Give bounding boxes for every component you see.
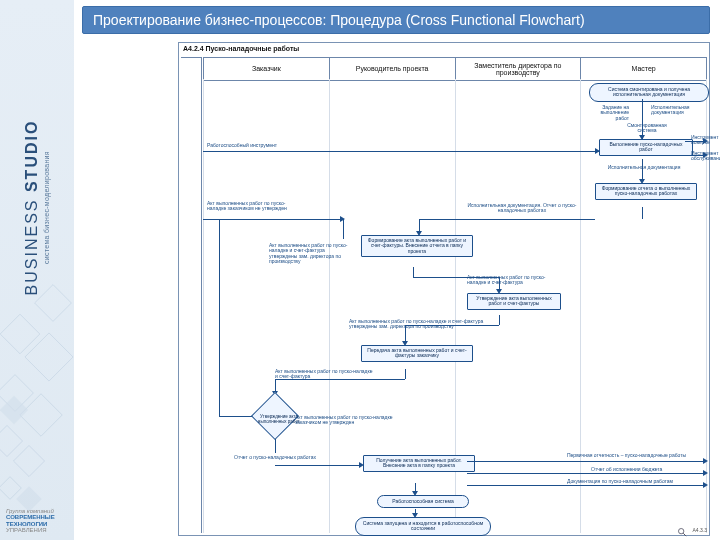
end-terminator-1: Работоспособная система (377, 495, 469, 508)
box-perform-works: Выполнение пуско-наладочных работ (599, 139, 693, 156)
note-diamond2: Акт выполненных работ по пуско-наладке з… (295, 415, 405, 426)
note-act-not-approved: Акт выполненных работ по пуско-наладке з… (207, 201, 303, 212)
footer-logo: Группа компаний СОВРЕМЕННЫЕ ТЕХНОЛОГИИ У… (6, 508, 68, 534)
brand-logo: BUSINESS STUDIO система бизнес-моделиров… (6, 4, 66, 414)
note-task: Задание на выполнение работ (587, 105, 629, 121)
note-diamond1: Акт выполненных работ по пуско-наладке и… (269, 243, 351, 264)
svg-line-11 (683, 533, 686, 536)
note-primary: Первичная отчетность – пуско-наладочные … (567, 453, 707, 458)
note-budget: Отчет об исполнении бюджета (591, 467, 707, 472)
footer-line-1: Группа компаний (6, 508, 68, 515)
note-ed-report: Исполнительная документация. Отчет о пус… (457, 203, 587, 214)
note-docs: Документация по пуско-наладочным работам (567, 479, 707, 484)
lane-header-2: Руководитель проекта (329, 58, 455, 80)
svg-rect-1 (13, 445, 44, 476)
row-rail (181, 57, 202, 533)
note-exec-doc-2: Исполнительная документация (599, 165, 689, 170)
footer-line-3: УПРАВЛЕНИЯ (6, 527, 68, 534)
slide: BUSINESS STUDIO система бизнес-моделиров… (0, 0, 720, 540)
box-form-report: Формирование отчета о выполненных пуско-… (595, 183, 697, 200)
note-report-out: Отчет о пуско-наладочных работах (227, 455, 323, 460)
note-tool-ok: Работоспособный инструмент (207, 143, 297, 148)
page-title: Проектирование бизнес-процессов: Процеду… (82, 6, 710, 34)
lane-header-1: Заказчик (203, 58, 329, 80)
note-sys: Смонтированная система (619, 123, 675, 134)
decision-approve: Утверждение акта выполненных работ (252, 393, 298, 439)
corner-ref: A4.3.3 (693, 527, 707, 533)
note-exec-doc: Исполнительная документация (651, 105, 701, 116)
box-transfer-act: Передача акта выполненных работ и счет-ф… (361, 345, 473, 362)
lane-header-4: Мастер (580, 58, 707, 80)
svg-point-10 (679, 529, 684, 534)
swimlane-diagram: A4.2.4 Пуско-наладочные работы Заказчик … (178, 42, 710, 536)
footer-line-2: СОВРЕМЕННЫЕ ТЕХНОЛОГИИ (6, 514, 68, 527)
end-terminator-2: Система запущена и находится в работоспо… (355, 517, 491, 536)
box-approve-act: Утверждение акта выполненных работ и сче… (467, 293, 561, 310)
start-terminator: Система смонтирована и получена исполнит… (589, 83, 709, 102)
box-receive-act: Получение акта выполненных работ. Внесен… (363, 455, 475, 472)
lane-header-3: Заместитель директора по производству (455, 58, 581, 80)
note-act-cf3: Акт выполненных работ по пуско-наладке и… (275, 369, 375, 380)
svg-rect-0 (0, 477, 21, 500)
brand-name: BUSINESS STUDIO (23, 18, 41, 398)
brand-tagline: система бизнес-моделирования (43, 18, 50, 398)
svg-rect-2 (0, 425, 23, 456)
box-form-act: Формирование акта выполненных работ и сч… (361, 235, 473, 257)
diagram-title: A4.2.4 Пуско-наладочные работы (183, 45, 299, 52)
magnifier-icon (677, 523, 687, 533)
lane-headers: Заказчик Руководитель проекта Заместител… (203, 57, 707, 81)
sidebar: BUSINESS STUDIO система бизнес-моделиров… (0, 0, 74, 540)
